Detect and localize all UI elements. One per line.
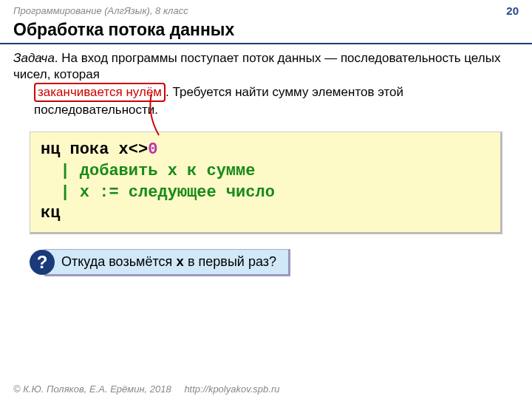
- code-op: <>: [129, 140, 148, 159]
- course-label: Программирование (АлгЯзык), 8 класс: [13, 5, 188, 16]
- slide-header: Программирование (АлгЯзык), 8 класс 20: [0, 0, 532, 18]
- task-highlight: заканчивается нулём: [34, 83, 166, 102]
- code-line-2: | добавить x к сумме: [41, 161, 490, 183]
- question-text-2: в первый раз?: [184, 254, 276, 269]
- question-var: x: [176, 255, 184, 270]
- code-kw: нц пока x: [41, 140, 129, 159]
- question-row: ? Откуда возьмётся x в первый раз?: [30, 249, 502, 276]
- code-line-1: нц пока x<>0: [41, 140, 490, 161]
- page-number: 20: [506, 4, 519, 17]
- code-block: нц пока x<>0 | добавить x к сумме | x :=…: [30, 132, 502, 233]
- page-title: Обработка потока данных: [0, 18, 532, 44]
- question-text-1: Откуда возьмётся: [61, 254, 176, 269]
- question-mark-icon: ?: [30, 250, 55, 275]
- code-line-4: кц: [41, 203, 490, 225]
- slide-footer: © К.Ю. Поляков, Е.А. Ерёмин, 2018 http:/…: [13, 383, 279, 395]
- code-zero: 0: [148, 140, 157, 159]
- task-label: Задача: [13, 51, 55, 65]
- task-text: Задача. На вход программы поступает пото…: [0, 44, 532, 118]
- question-box: Откуда возьмётся x в первый раз?: [44, 249, 290, 276]
- task-before: . На вход программы поступает поток данн…: [13, 51, 500, 81]
- footer-copyright: © К.Ю. Поляков, Е.А. Ерёмин, 2018: [13, 383, 171, 395]
- footer-url: http://kpolyakov.spb.ru: [184, 383, 279, 395]
- code-line-3: | x := следующее число: [41, 183, 490, 204]
